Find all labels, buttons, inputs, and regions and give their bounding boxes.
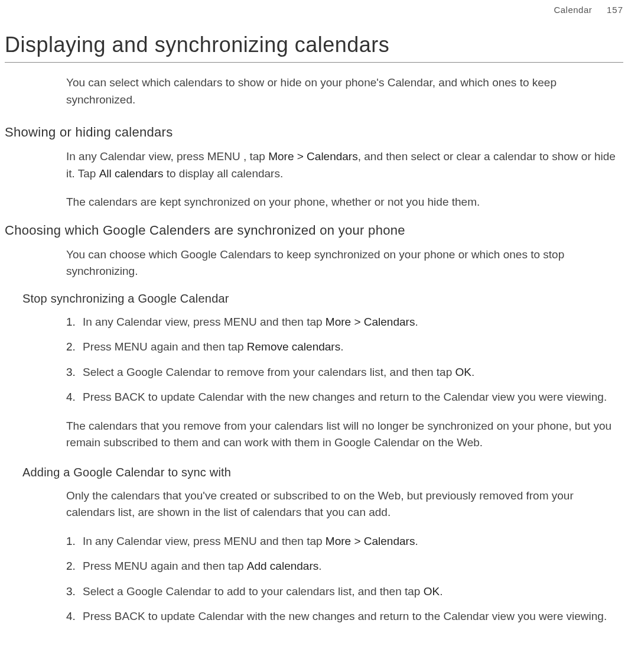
text-fragment: . xyxy=(415,535,418,547)
section-showing-hiding-heading: Showing or hiding calendars xyxy=(5,125,623,140)
bold-text: More > Calendars xyxy=(326,316,415,328)
text-fragment: Press MENU again and then tap xyxy=(83,560,247,572)
page-header-meta: Calendar 157 xyxy=(5,5,623,15)
list-item: In any Calendar view, press MENU and the… xyxy=(66,314,619,331)
text-fragment: Press MENU again and then tap xyxy=(83,340,247,353)
bold-text: OK xyxy=(455,366,471,378)
stop-sync-note: The calendars that you remove from your … xyxy=(66,418,619,452)
header-page-number: 157 xyxy=(607,5,623,15)
text-fragment: Select a Google Calendar to remove from … xyxy=(83,366,455,378)
page-title: Displaying and synchronizing calendars xyxy=(5,33,623,63)
list-item: Press BACK to update Calendar with the n… xyxy=(66,608,619,625)
text-fragment: . xyxy=(415,316,418,328)
text-fragment: . xyxy=(318,560,321,572)
bold-all-calendars: All calendars xyxy=(99,167,164,180)
bold-more-calendars: More > Calendars xyxy=(268,150,358,163)
intro-paragraph: You can select which calendars to show o… xyxy=(66,74,623,108)
text-fragment: In any Calendar view, press MENU and the… xyxy=(83,316,326,328)
bold-text: OK xyxy=(424,585,440,598)
list-item: Press MENU again and then tap Remove cal… xyxy=(66,339,619,356)
section-showing-hiding-para1: In any Calendar view, press MENU , tap M… xyxy=(66,148,623,182)
text-fragment: . xyxy=(340,340,343,353)
text-fragment: to display all calendars. xyxy=(163,167,283,180)
text-fragment: Press BACK to update Calendar with the n… xyxy=(83,610,607,622)
list-item: Select a Google Calendar to add to your … xyxy=(66,583,619,600)
text-fragment: . xyxy=(440,585,442,598)
bold-text: Add calendars xyxy=(247,560,318,572)
section-choosing-para: You can choose which Google Calendars to… xyxy=(66,246,623,280)
add-sync-steps: In any Calendar view, press MENU and the… xyxy=(66,533,619,625)
stop-sync-steps: In any Calendar view, press MENU and the… xyxy=(66,314,619,406)
header-section: Calendar xyxy=(554,5,592,15)
text-fragment: Select a Google Calendar to add to your … xyxy=(83,585,424,598)
text-fragment: In any Calendar view, press MENU and the… xyxy=(83,535,326,547)
subsection-add-sync-para: Only the calendars that you've created o… xyxy=(66,488,623,521)
subsection-stop-sync-heading: Stop synchronizing a Google Calendar xyxy=(22,292,623,306)
text-fragment: In any Calendar view, press MENU , tap xyxy=(66,150,268,163)
list-item: Press BACK to update Calendar with the n… xyxy=(66,389,619,406)
list-item: In any Calendar view, press MENU and the… xyxy=(66,533,619,550)
bold-text: More > Calendars xyxy=(326,535,415,547)
list-item: Select a Google Calendar to remove from … xyxy=(66,364,619,381)
subsection-add-sync-heading: Adding a Google Calendar to sync with xyxy=(22,466,623,479)
list-item: Press MENU again and then tap Add calend… xyxy=(66,558,619,575)
bold-text: Remove calendars xyxy=(247,340,340,353)
text-fragment: . xyxy=(471,366,474,378)
text-fragment: Press BACK to update Calendar with the n… xyxy=(83,391,607,403)
section-choosing-heading: Choosing which Google Calenders are sync… xyxy=(5,223,623,238)
section-showing-hiding-para2: The calendars are kept synchronized on y… xyxy=(66,194,623,211)
